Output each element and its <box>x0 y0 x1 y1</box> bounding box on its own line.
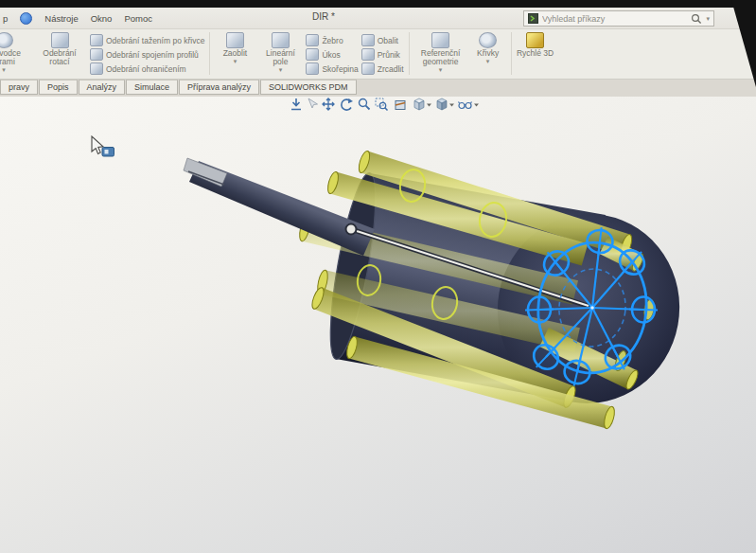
curves-button[interactable]: Křivky ▾ <box>470 30 506 78</box>
modify-features-group: Zaoblit ▾ Lineární pole ▾ Žebro Úkos <box>210 28 408 79</box>
display-style-caret-icon[interactable] <box>449 104 454 107</box>
revolved-cut-button[interactable]: Odebrání rotací <box>32 30 87 78</box>
hole-wizard-icon <box>0 32 13 48</box>
reference-geometry-button[interactable]: Referenční geometrie ▾ <box>414 30 467 78</box>
swept-cut-button[interactable]: Odebrání tažením po křivce <box>90 34 204 46</box>
mirror-button[interactable]: Zrcadlit <box>361 62 404 75</box>
select-icon[interactable] <box>308 98 318 108</box>
fillet-icon <box>226 32 244 48</box>
lofted-cut-button[interactable]: Odebrání spojením profilů <box>90 48 204 61</box>
intersect-icon <box>361 48 375 61</box>
instant3d-group: Rychlé 3D <box>512 28 559 79</box>
display-style-icon[interactable] <box>437 98 447 110</box>
part-badge-detail <box>105 150 109 154</box>
shell-button[interactable]: Skořepina <box>306 62 358 75</box>
search-options-caret-icon[interactable]: ▾ <box>706 15 710 22</box>
menu-item-tools[interactable]: Nástroje <box>44 13 78 24</box>
search-icon[interactable] <box>691 13 702 25</box>
linear-pattern-icon <box>272 32 290 48</box>
command-manager-ribbon: Průvodce dírami ▾ Odebrání rotací Odebrá… <box>0 28 756 80</box>
menu-item-help[interactable]: Pomoc <box>124 13 152 24</box>
model-scene <box>0 96 756 553</box>
curves-icon <box>479 32 497 48</box>
mouse-cursor <box>90 135 118 160</box>
pan-icon[interactable] <box>323 98 334 110</box>
section-view-icon[interactable] <box>396 101 405 110</box>
pointer-arrow-icon <box>92 136 103 153</box>
linear-pattern-caret-icon[interactable]: ▾ <box>279 66 283 73</box>
revolved-cut-icon <box>51 32 69 48</box>
solidworks-logo-icon[interactable] <box>20 12 32 25</box>
zoom-to-fit-icon[interactable] <box>291 98 301 110</box>
tab-solidworks-pdm[interactable]: SOLIDWORKS PDM <box>260 80 357 95</box>
heads-up-toolbar <box>290 98 479 114</box>
boundary-cut-icon <box>90 62 103 75</box>
reference-geometry-icon <box>431 32 449 48</box>
search-input[interactable]: Vyhledat příkazy <box>542 14 687 24</box>
search-flag-icon <box>528 13 538 24</box>
menu-item-partial[interactable]: p <box>3 13 8 24</box>
draft-button[interactable]: Úkos <box>306 48 358 61</box>
fillet-caret-icon[interactable]: ▾ <box>234 58 237 64</box>
reference-geometry-caret-icon[interactable]: ▾ <box>439 66 443 73</box>
boundary-cut-button[interactable]: Odebrání ohraničením <box>90 62 204 75</box>
menu-bar: p Nástroje Okno Pomoc DIR * Vyhledat pří… <box>0 8 756 29</box>
tab-direct-editing[interactable]: pravy <box>0 80 38 95</box>
zoom-icon[interactable] <box>376 98 388 111</box>
wrap-icon <box>361 34 375 46</box>
instant3d-button[interactable]: Rychlé 3D <box>517 30 554 78</box>
hide-show-items-icon[interactable] <box>459 102 472 109</box>
view-orientation-caret-icon[interactable] <box>427 104 431 107</box>
shell-icon <box>306 62 319 75</box>
tab-analyzy[interactable]: Analýzy <box>79 80 126 95</box>
rotate-view-icon[interactable] <box>342 98 353 110</box>
draft-icon <box>306 48 319 61</box>
tool-shaft[interactable] <box>184 158 375 256</box>
hole-wizard-caret-icon[interactable]: ▾ <box>2 66 6 73</box>
app-window: p Nástroje Okno Pomoc DIR * Vyhledat pří… <box>0 0 756 553</box>
zoom-area-icon[interactable] <box>360 99 370 110</box>
tab-popis[interactable]: Popis <box>39 80 78 95</box>
hole-wizard-button[interactable]: Průvodce dírami ▾ <box>0 30 29 78</box>
fillet-button[interactable]: Zaoblit ▾ <box>215 30 255 78</box>
sketch-center-point <box>590 306 595 311</box>
mirror-icon <box>361 62 375 75</box>
intersect-button[interactable]: Průnik <box>361 48 404 61</box>
document-title: DIR * <box>312 11 335 22</box>
cut-features-group: Průvodce dírami ▾ Odebrání rotací Odebrá… <box>0 28 209 79</box>
rib-icon <box>306 34 319 46</box>
curves-caret-icon[interactable]: ▾ <box>486 58 490 64</box>
command-manager-tabs: pravy Popis Analýzy Simulace Příprava an… <box>0 79 756 97</box>
tab-priprava-analyzy[interactable]: Příprava analýzy <box>179 80 259 95</box>
command-search[interactable]: Vyhledat příkazy ▾ <box>523 10 714 27</box>
lofted-cut-icon <box>90 48 103 61</box>
menu-item-window[interactable]: Okno <box>91 13 113 24</box>
reference-group: Referenční geometrie ▾ Křivky ▾ <box>410 28 511 79</box>
instant3d-icon <box>526 32 544 48</box>
hide-show-caret-icon[interactable] <box>474 104 479 107</box>
swept-cut-icon <box>90 34 103 46</box>
rib-button[interactable]: Žebro <box>306 34 358 46</box>
graphics-area[interactable] <box>0 96 756 553</box>
wrap-button[interactable]: Obalit <box>361 34 404 46</box>
linear-pattern-button[interactable]: Lineární pole ▾ <box>257 30 303 78</box>
tab-simulace[interactable]: Simulace <box>126 80 178 95</box>
view-orientation-icon[interactable] <box>414 98 424 110</box>
photo-top-edge <box>0 0 756 8</box>
